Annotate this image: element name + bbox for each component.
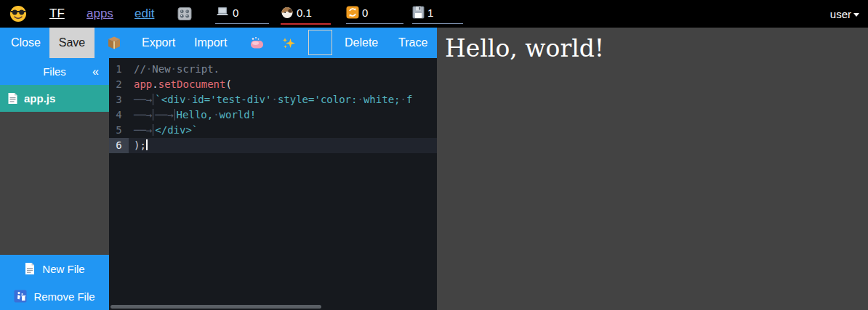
files-sidebar: Files « app.js bbox=[0, 58, 109, 310]
soap-icon-button[interactable] bbox=[249, 28, 265, 58]
new-file-label: New File bbox=[42, 263, 84, 275]
control-knobs-icon[interactable] bbox=[176, 0, 193, 28]
code-token: · bbox=[401, 94, 406, 105]
code-token: f bbox=[406, 94, 412, 105]
floppy-meter[interactable]: 1 bbox=[412, 1, 463, 24]
code-token: white; bbox=[363, 94, 401, 105]
line-number: 2 bbox=[109, 77, 129, 92]
new-file-button[interactable]: New File bbox=[0, 255, 109, 282]
litter-bin-icon bbox=[14, 290, 27, 303]
text-cursor bbox=[146, 139, 148, 150]
code-token: `<div bbox=[155, 94, 185, 105]
code-token: id='test-div' bbox=[192, 94, 272, 105]
line-number: 5 bbox=[109, 123, 129, 138]
code-token: setDocument bbox=[158, 78, 226, 90]
remove-file-button[interactable]: Remove File bbox=[0, 282, 109, 310]
nav-edit-link[interactable]: edit bbox=[134, 0, 154, 28]
import-button[interactable]: Import bbox=[194, 28, 227, 58]
code-token: · bbox=[185, 94, 191, 105]
code-token: · bbox=[271, 94, 277, 105]
line-number: 3 bbox=[109, 92, 129, 107]
export-button[interactable]: Export bbox=[142, 28, 175, 58]
hamster-icon bbox=[281, 6, 294, 19]
hamster-meter-value: 0.1 bbox=[297, 7, 312, 19]
file-name: app.js bbox=[24, 92, 55, 105]
user-menu-label: user bbox=[830, 8, 851, 20]
code-token: · bbox=[213, 109, 219, 121]
code-editor[interactable]: 123456 //·New·script.app.setDocument(──→… bbox=[109, 58, 437, 310]
package-icon-button[interactable] bbox=[106, 28, 122, 58]
trace-button[interactable]: Trace bbox=[398, 28, 427, 58]
line-number: 4 bbox=[109, 107, 129, 123]
horizontal-scrollbar-thumb[interactable] bbox=[110, 305, 321, 309]
line-number: 1 bbox=[109, 62, 129, 77]
code-line[interactable]: ──→</div>` bbox=[129, 123, 437, 138]
code-lines: //·New·script.app.setDocument(──→`<div·i… bbox=[129, 62, 437, 153]
editor-toolbar: Close Save Export Import bbox=[0, 28, 437, 58]
hamster-meter[interactable]: 0.1 bbox=[281, 1, 331, 25]
code-token: ); bbox=[134, 139, 146, 151]
code-token: ( bbox=[225, 78, 231, 90]
refresh-meter-value: 0 bbox=[362, 7, 368, 19]
code-token: app bbox=[134, 78, 152, 90]
preview-pane: Hello, world! bbox=[437, 28, 868, 310]
user-menu[interactable]: user bbox=[830, 0, 859, 28]
new-file-icon bbox=[24, 262, 36, 275]
code-token: Hello, bbox=[177, 109, 214, 121]
code-token: · bbox=[357, 94, 363, 105]
sidebar-actions: New File Remove File bbox=[0, 255, 109, 310]
app-window: TF apps edit 0 bbox=[0, 0, 868, 310]
chevron-down-icon bbox=[853, 13, 859, 17]
code-token: script. bbox=[177, 63, 220, 75]
sunglasses-face-icon[interactable] bbox=[9, 0, 27, 28]
laptop-meter-value: 0 bbox=[233, 7, 238, 19]
collapse-sidebar-button[interactable]: « bbox=[92, 58, 99, 85]
refresh-icon bbox=[346, 6, 359, 19]
code-token: New bbox=[152, 63, 170, 75]
line-number: 6 bbox=[109, 138, 129, 153]
code-token: . bbox=[152, 78, 158, 90]
refresh-meter[interactable]: 0 bbox=[346, 1, 403, 24]
save-button[interactable]: Save bbox=[49, 28, 95, 58]
tab-marker: ──→ bbox=[155, 109, 174, 121]
code-line[interactable]: app.setDocument( bbox=[129, 77, 437, 92]
files-header: Files « bbox=[0, 58, 109, 85]
close-button[interactable]: Close bbox=[11, 28, 41, 58]
code-line[interactable]: ); bbox=[129, 138, 437, 153]
code-line[interactable]: ──→──→Hello,·world! bbox=[129, 107, 437, 123]
code-token: // bbox=[134, 63, 146, 75]
file-item-appjs[interactable]: app.js bbox=[0, 85, 109, 112]
laptop-meter[interactable]: 0 bbox=[215, 1, 269, 24]
nav-apps-link[interactable]: apps bbox=[87, 0, 113, 28]
tab-marker: ──→ bbox=[134, 124, 153, 136]
tab-marker: ──→ bbox=[134, 109, 153, 121]
gutter: 123456 bbox=[109, 62, 129, 153]
top-bar: TF apps edit 0 bbox=[0, 0, 868, 28]
code-token: </div>` bbox=[155, 124, 198, 136]
code-token: · bbox=[171, 63, 177, 75]
code-token: world! bbox=[220, 109, 257, 121]
empty-slot-button[interactable] bbox=[308, 30, 332, 55]
preview-text: Hello, world! bbox=[437, 28, 868, 62]
floppy-meter-value: 1 bbox=[427, 7, 433, 19]
files-title: Files bbox=[43, 65, 66, 78]
delete-button[interactable]: Delete bbox=[345, 28, 378, 58]
floppy-icon bbox=[412, 6, 425, 19]
laptop-icon bbox=[215, 6, 230, 19]
sparkles-icon-button[interactable] bbox=[281, 28, 297, 58]
document-icon bbox=[7, 92, 18, 105]
brand-link[interactable]: TF bbox=[49, 0, 65, 28]
tab-marker: ──→ bbox=[134, 94, 153, 105]
remove-file-label: Remove File bbox=[33, 290, 95, 303]
code-line[interactable]: ──→`<div·id='test-div'·style='color:·whi… bbox=[129, 92, 437, 107]
code-token: style='color: bbox=[278, 94, 358, 105]
code-line[interactable]: //·New·script. bbox=[129, 62, 437, 77]
